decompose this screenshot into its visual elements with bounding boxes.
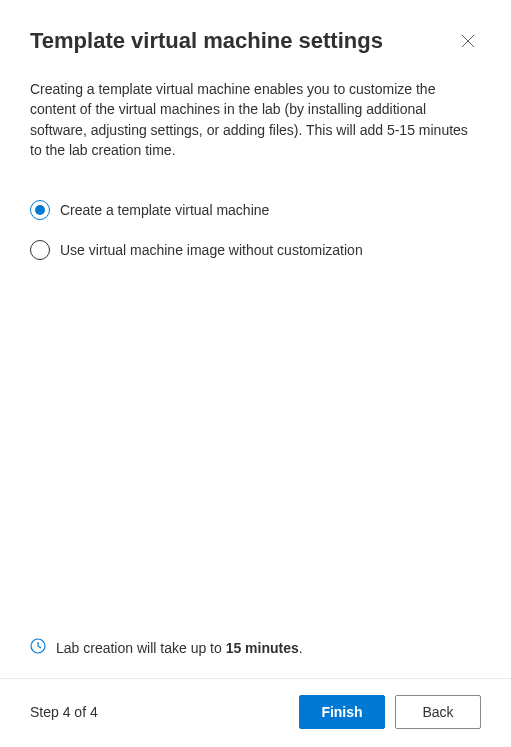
button-group: Finish Back [299, 695, 481, 729]
clock-icon [30, 638, 46, 658]
info-text: Lab creation will take up to 15 minutes. [56, 640, 303, 656]
info-prefix: Lab creation will take up to [56, 640, 226, 656]
radio-use-image[interactable]: Use virtual machine image without custom… [30, 230, 481, 270]
dialog-footer: Step 4 of 4 Finish Back [0, 678, 511, 747]
radio-label: Use virtual machine image without custom… [60, 242, 363, 258]
info-suffix: . [299, 640, 303, 656]
info-bar: Lab creation will take up to 15 minutes. [0, 622, 511, 678]
radio-create-template[interactable]: Create a template virtual machine [30, 190, 481, 230]
dialog-header: Template virtual machine settings [0, 0, 511, 65]
close-icon [461, 34, 475, 51]
back-button[interactable]: Back [395, 695, 481, 729]
step-indicator: Step 4 of 4 [30, 704, 98, 720]
description-text: Creating a template virtual machine enab… [0, 65, 511, 180]
radio-unselected-icon [30, 240, 50, 260]
close-button[interactable] [455, 28, 481, 57]
radio-group: Create a template virtual machine Use vi… [0, 180, 511, 270]
radio-label: Create a template virtual machine [60, 202, 269, 218]
finish-button[interactable]: Finish [299, 695, 385, 729]
info-bold: 15 minutes [226, 640, 299, 656]
dialog-title: Template virtual machine settings [30, 28, 383, 54]
radio-selected-icon [30, 200, 50, 220]
